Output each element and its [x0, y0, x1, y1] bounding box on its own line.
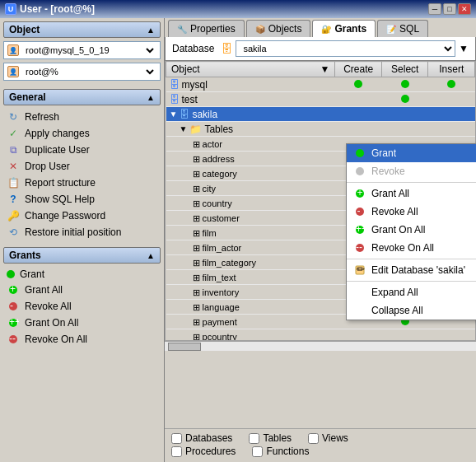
apply-changes-label: Apply changes [25, 128, 90, 139]
grant-on-all-item[interactable]: ++ Grant On All [3, 315, 161, 331]
ctx-grant-on-all-icon: ++ [353, 223, 366, 236]
maximize-button[interactable]: □ [443, 3, 456, 15]
svg-point-8 [356, 149, 364, 157]
db-bar: Database 🗄 sakila ▼ [165, 37, 476, 61]
cb-databases-input[interactable] [171, 433, 182, 444]
ctx-edit-db-label: Edit Database 'sakila' [371, 264, 465, 276]
ctx-revoke-all[interactable]: - Revoke All [347, 203, 476, 221]
scrollbar-thumb[interactable] [168, 343, 201, 351]
cb-functions-label: Functions [266, 446, 309, 457]
ctx-collapse-all[interactable]: Collapse All [347, 301, 476, 320]
user-dropdown1[interactable]: root@mysql_5_0_19 [22, 44, 156, 56]
row-language: ⊞ language [166, 300, 335, 315]
table-row[interactable]: 🗄 mysql [166, 77, 475, 92]
tab-sql[interactable]: 📝 SQL [377, 20, 428, 37]
refresh-icon: ↻ [7, 110, 20, 124]
ctx-grant[interactable]: Grant [347, 144, 476, 162]
right-panel: 🔧 Properties 📦 Objects 🔐 Grants 📝 SQL Da… [165, 18, 476, 462]
table-row[interactable]: ▼ 🗄 sakila [166, 107, 475, 122]
cb-tables[interactable]: Tables [249, 432, 292, 444]
revoke-on-all-icon: -- [7, 333, 20, 346]
refresh-label: Refresh [25, 111, 59, 123]
restore-position-icon: ⟲ [7, 226, 20, 239]
ctx-grant-all[interactable]: + Grant All [347, 184, 476, 203]
svg-text:+: + [357, 188, 363, 198]
tab-objects-label: Objects [268, 23, 302, 35]
user-dropdown2[interactable]: root@% [22, 66, 156, 77]
row-film-actor: ⊞ film_actor [166, 240, 335, 255]
drop-user-label: Drop User [25, 161, 70, 172]
cb-databases[interactable]: Databases [171, 432, 232, 444]
restore-position-label: Restore initial position [25, 226, 121, 238]
sql-icon: 📝 [386, 25, 396, 34]
ctx-expand-all[interactable]: Expand All [347, 283, 476, 301]
tab-grants[interactable]: 🔐 Grants [312, 20, 376, 37]
row-inventory: ⊞ inventory [166, 285, 335, 300]
show-sql-help-item[interactable]: ? Show SQL Help [3, 191, 161, 208]
cb-procedures[interactable]: Procedures [171, 446, 236, 457]
svg-point-9 [356, 167, 364, 175]
horizontal-scrollbar[interactable] [165, 341, 476, 351]
grants-icon: 🔐 [321, 25, 331, 34]
titlebar-title: User - [root@%] [20, 3, 95, 15]
user-dropdown2-field[interactable]: 👤 root@% [3, 63, 161, 81]
ctx-grant-on-all[interactable]: ++ Grant On All [347, 221, 476, 239]
col-select: Select [381, 62, 428, 77]
table-row[interactable]: ▼ 📁 Tables [166, 122, 475, 137]
cb-procedures-label: Procedures [185, 446, 236, 457]
row-actor: ⊞ actor [166, 137, 335, 152]
change-password-item[interactable]: 🔑 Change Password [3, 208, 161, 224]
table-row[interactable]: ⊞ pcountry [166, 329, 475, 342]
refresh-item[interactable]: ↻ Refresh [3, 109, 161, 125]
cb-functions-input[interactable] [252, 446, 263, 457]
tables-folder-icon: ▼ 📁 Tables [180, 124, 234, 135]
tab-properties[interactable]: 🔧 Properties [168, 20, 245, 37]
cb-views-label: Views [322, 432, 348, 444]
table-context-wrapper: Object ▼ Create Select Insert 🗄 [165, 61, 476, 428]
user-icon-1: 👤 [7, 44, 19, 56]
apply-changes-item[interactable]: ✓ Apply changes [3, 125, 161, 142]
cb-tables-label: Tables [263, 432, 292, 444]
db-folder-icon: 🗄 mysql [170, 79, 208, 91]
duplicate-user-item[interactable]: ⧉ Duplicate User [3, 142, 161, 158]
close-button[interactable]: ✕ [458, 3, 471, 15]
row-payment: ⊞ payment [166, 315, 335, 329]
grant-item[interactable]: Grant [3, 267, 161, 282]
revoke-all-item[interactable]: - Revoke All [3, 298, 161, 315]
ctx-expand-all-icon [353, 286, 366, 299]
ctx-revoke-on-all[interactable]: -- Revoke On All [347, 239, 476, 257]
show-sql-help-label: Show SQL Help [25, 194, 95, 205]
database-select[interactable]: sakila [236, 40, 455, 57]
ctx-edit-db[interactable]: ✏ Edit Database 'sakila' [347, 261, 476, 279]
object-section-expand[interactable]: ▲ [147, 26, 155, 35]
drop-user-item[interactable]: ✕ Drop User [3, 158, 161, 175]
sakila-db-icon: ▼ 🗄 sakila [170, 109, 218, 120]
cb-functions[interactable]: Functions [252, 446, 309, 457]
user-dropdown1-field[interactable]: 👤 root@mysql_5_0_19 [3, 41, 161, 59]
grant-all-icon: + [7, 283, 20, 296]
revoke-on-all-item[interactable]: -- Revoke On All [3, 331, 161, 348]
minimize-button[interactable]: ─ [428, 3, 441, 15]
restore-position-item[interactable]: ⟲ Restore initial position [3, 224, 161, 240]
cb-views[interactable]: Views [308, 432, 348, 444]
ctx-grant-icon [353, 147, 366, 160]
ctx-sep3 [347, 281, 476, 282]
titlebar: U User - [root@%] ─ □ ✕ [0, 0, 476, 18]
report-structure-item[interactable]: 📋 Report structure [3, 175, 161, 191]
row-country: ⊞ country [166, 196, 335, 211]
tab-objects[interactable]: 📦 Objects [246, 20, 311, 37]
grant-all-item[interactable]: + Grant All [3, 282, 161, 298]
grants-section-expand[interactable]: ▲ [147, 251, 155, 260]
row-object-tables-folder: ▼ 📁 Tables [166, 122, 335, 137]
cb-tables-input[interactable] [249, 433, 259, 444]
ctx-expand-all-label: Expand All [371, 287, 418, 298]
table-row[interactable]: 🗄 test [166, 92, 475, 107]
row-address: ⊞ address [166, 152, 335, 166]
cb-views-input[interactable] [308, 433, 319, 444]
general-section-expand[interactable]: ▲ [147, 93, 155, 102]
grant-on-all-icon: ++ [7, 316, 20, 329]
cb-procedures-input[interactable] [171, 446, 182, 457]
db-dropdown-arrow[interactable]: ▼ [459, 43, 469, 54]
svg-text:++: ++ [356, 224, 366, 235]
row-film-text: ⊞ film_text [166, 270, 335, 285]
